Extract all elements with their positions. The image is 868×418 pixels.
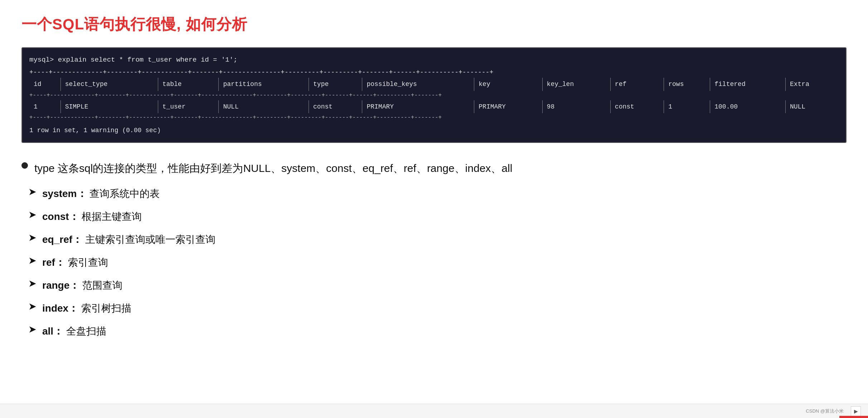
arrow-desc: 索引树扫描 bbox=[81, 303, 131, 314]
red-accent-bar bbox=[839, 416, 868, 418]
table-header-cell: key bbox=[474, 78, 542, 91]
table-data-cell: PRIMARY bbox=[474, 100, 542, 114]
arrow-keyword: const： bbox=[42, 211, 82, 222]
arrow-symbol: ➤ bbox=[29, 279, 36, 289]
arrow-symbol: ➤ bbox=[29, 210, 36, 220]
table-data-cell: const bbox=[610, 100, 664, 114]
arrow-keyword: system： bbox=[42, 188, 89, 199]
arrow-keyword: all： bbox=[42, 326, 66, 337]
arrow-text: index： 索引树扫描 bbox=[42, 301, 131, 316]
table-data-cell: NULL bbox=[219, 100, 309, 114]
arrow-desc: 查询系统中的表 bbox=[89, 188, 160, 199]
separator-mid: +----+-------------+--------+-----------… bbox=[29, 91, 839, 100]
table-data-cell: 1 bbox=[29, 100, 60, 114]
bullet-item: type 这条sql的连接的类型，性能由好到差为NULL、system、cons… bbox=[21, 160, 847, 176]
arrow-desc: 范围查询 bbox=[82, 280, 122, 291]
arrow-symbol: ➤ bbox=[29, 187, 36, 197]
arrow-text: all： 全盘扫描 bbox=[42, 324, 106, 339]
arrow-item: ➤ref： 索引查询 bbox=[21, 255, 847, 270]
table-header-cell: partitions bbox=[219, 78, 309, 91]
table-header-cell: ref bbox=[610, 78, 664, 91]
arrow-item: ➤eq_ref： 主键索引查询或唯一索引查询 bbox=[21, 232, 847, 247]
terminal-footer: 1 row in set, 1 warning (0.00 sec) bbox=[29, 125, 839, 136]
page-title: 一个SQL语句执行很慢, 如何分析 bbox=[21, 14, 847, 34]
table-data-cell: PRIMARY bbox=[362, 100, 474, 114]
separator-top: +----+-------------+--------+-----------… bbox=[29, 67, 839, 78]
table-data-row: 1SIMPLEt_userNULLconstPRIMARYPRIMARY98co… bbox=[29, 100, 839, 114]
table-header-cell: table bbox=[158, 78, 219, 91]
content-section: type 这条sql的连接的类型，性能由好到差为NULL、system、cons… bbox=[21, 160, 847, 339]
table-data-cell: 1 bbox=[664, 100, 710, 114]
table-header-cell: possible_keys bbox=[362, 78, 474, 91]
arrow-keyword: ref： bbox=[42, 257, 68, 268]
table-data-cell: 100.00 bbox=[710, 100, 786, 114]
terminal-table-wrapper: +----+-------------+--------+-----------… bbox=[29, 67, 839, 135]
arrow-symbol: ➤ bbox=[29, 325, 36, 335]
table-header-row: idselect_typetablepartitionstypepossible… bbox=[29, 78, 839, 91]
table-data-cell: NULL bbox=[785, 100, 839, 114]
arrow-item: ➤all： 全盘扫描 bbox=[21, 324, 847, 339]
arrow-text: eq_ref： 主键索引查询或唯一索引查询 bbox=[42, 232, 215, 247]
table-header-cell: type bbox=[309, 78, 362, 91]
table-data-cell: t_user bbox=[158, 100, 219, 114]
table-header-cell: key_len bbox=[542, 78, 610, 91]
table-data-cell: const bbox=[309, 100, 362, 114]
arrow-desc: 索引查询 bbox=[68, 257, 108, 268]
watermark: CSDN @算法小米 bbox=[806, 408, 844, 414]
terminal-block: mysql> explain select * from t_user wher… bbox=[21, 47, 847, 143]
arrow-text: const： 根据主键查询 bbox=[42, 209, 142, 224]
arrow-keyword: index： bbox=[42, 303, 81, 314]
table-header-cell: id bbox=[29, 78, 60, 91]
arrow-desc: 主键索引查询或唯一索引查询 bbox=[85, 234, 215, 245]
arrow-item: ➤const： 根据主键查询 bbox=[21, 209, 847, 224]
table-data-cell: 98 bbox=[542, 100, 610, 114]
table-header-cell: Extra bbox=[785, 78, 839, 91]
arrow-item: ➤index： 索引树扫描 bbox=[21, 301, 847, 316]
table-data-cell: SIMPLE bbox=[60, 100, 158, 114]
arrow-symbol: ➤ bbox=[29, 256, 36, 266]
table-header-cell: rows bbox=[664, 78, 710, 91]
arrow-list: ➤system： 查询系统中的表➤const： 根据主键查询➤eq_ref： 主… bbox=[21, 186, 847, 339]
arrow-symbol: ➤ bbox=[29, 233, 36, 243]
terminal-prompt: mysql> explain select * from t_user wher… bbox=[29, 54, 839, 65]
arrow-desc: 根据主键查询 bbox=[82, 211, 142, 222]
arrow-text: ref： 索引查询 bbox=[42, 255, 108, 270]
bullet-text: type 这条sql的连接的类型，性能由好到差为NULL、system、cons… bbox=[34, 160, 512, 176]
arrow-symbol: ➤ bbox=[29, 302, 36, 312]
bullet-dot bbox=[21, 162, 28, 169]
arrow-keyword: eq_ref： bbox=[42, 234, 85, 245]
arrow-keyword: range： bbox=[42, 280, 82, 291]
play-button[interactable]: ▶ bbox=[851, 406, 861, 416]
arrow-text: range： 范围查询 bbox=[42, 278, 122, 293]
bottom-bar: CSDN @算法小米 ▶ bbox=[0, 404, 868, 418]
arrow-text: system： 查询系统中的表 bbox=[42, 186, 160, 201]
arrow-item: ➤range： 范围查询 bbox=[21, 278, 847, 293]
table-header-cell: select_type bbox=[60, 78, 158, 91]
arrow-desc: 全盘扫描 bbox=[66, 326, 106, 337]
separator-bot: +----+-------------+--------+-----------… bbox=[29, 113, 839, 122]
arrow-item: ➤system： 查询系统中的表 bbox=[21, 186, 847, 201]
table-header-cell: filtered bbox=[710, 78, 786, 91]
